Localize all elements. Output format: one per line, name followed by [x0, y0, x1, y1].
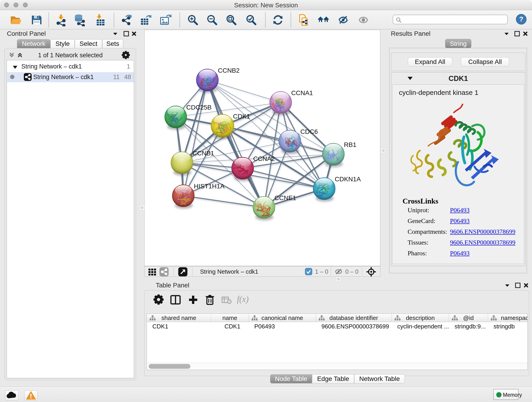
- crosslink-link[interactable]: P06493: [450, 249, 470, 257]
- results-panel-menu-icon[interactable]: [503, 31, 510, 37]
- column-header-namespace[interactable]: namespace: [488, 314, 528, 322]
- graph-edge-CCNB2-CCNA1[interactable]: [207, 80, 281, 102]
- graph-node-CCNA1[interactable]: [270, 91, 292, 114]
- refresh-view-icon[interactable]: [272, 13, 284, 26]
- graph-edge-HIST1H1A-CCNE1[interactable]: [183, 196, 264, 207]
- network-row-selected[interactable]: String Network – cdk1 11 48: [7, 72, 134, 82]
- table-cell[interactable]: stringdb: [494, 323, 528, 330]
- table-cell[interactable]: cyclin-dependent ...: [397, 323, 449, 330]
- zoom-fit-icon[interactable]: [225, 13, 238, 26]
- warning-button[interactable]: [24, 390, 38, 400]
- search-input[interactable]: [393, 15, 508, 24]
- show-columns-icon[interactable]: [170, 294, 181, 306]
- tab-edge-table[interactable]: Edge Table: [312, 374, 354, 383]
- expand-all-button[interactable]: Expand All: [408, 57, 452, 66]
- column-label: description: [392, 314, 449, 322]
- zoom-in-icon[interactable]: [186, 13, 199, 26]
- cdk1-gene-name: CDK1: [391, 75, 525, 83]
- table-panel-menu-icon[interactable]: [504, 282, 511, 288]
- tab-sets[interactable]: Sets: [102, 39, 123, 48]
- memory-button[interactable]: Memory: [493, 389, 519, 400]
- crosslink-link[interactable]: P06493: [450, 217, 470, 225]
- column-header-name[interactable]: name: [211, 314, 249, 322]
- memory-label: Memory: [503, 392, 522, 398]
- graph-node-CDKN1A[interactable]: [313, 178, 335, 200]
- help-icon[interactable]: ?: [516, 14, 529, 27]
- right-split-handle[interactable]: [381, 148, 386, 153]
- export-table-icon[interactable]: [139, 13, 152, 26]
- graph-node-CDK1[interactable]: [211, 114, 234, 137]
- control-panel-close-icon[interactable]: [131, 31, 138, 37]
- copy-style-icon[interactable]: [298, 13, 310, 26]
- export-image-icon[interactable]: [159, 13, 172, 26]
- left-split-handle[interactable]: [139, 205, 145, 210]
- grid-view-icon[interactable]: [148, 267, 157, 277]
- column-header-description[interactable]: description: [392, 314, 449, 322]
- column-header-shared-name[interactable]: shared name: [147, 314, 211, 322]
- birdseye-share-icon[interactable]: [159, 267, 169, 278]
- show-all-icon[interactable]: [357, 13, 370, 26]
- network-options-gear-icon[interactable]: [121, 51, 128, 56]
- table-cell[interactable]: P06493: [254, 323, 316, 330]
- table-cell[interactable]: CDK1: [216, 323, 248, 330]
- table-cell[interactable]: stringdb:9...: [455, 323, 488, 330]
- network-collection-row[interactable]: String Network – cdk1 1: [7, 62, 134, 72]
- import-table-icon[interactable]: [94, 13, 107, 26]
- tab-network[interactable]: Network: [17, 39, 51, 48]
- tab-node-table[interactable]: Node Table: [270, 374, 312, 383]
- tab-string[interactable]: String: [445, 39, 471, 48]
- cdk1-section-header[interactable]: CDK1: [391, 72, 525, 84]
- table-cell[interactable]: CDK1: [152, 323, 210, 330]
- graph-node-CDC6[interactable]: [279, 130, 301, 152]
- graph-node-CCNE1[interactable]: [253, 196, 275, 218]
- collapse-all-button[interactable]: Collapse All: [461, 57, 509, 66]
- detach-view-icon[interactable]: [178, 267, 188, 278]
- crosslink-link[interactable]: 9606.ENSP00000378699: [450, 228, 515, 235]
- network-node-count: 11: [113, 74, 120, 81]
- export-network-icon[interactable]: [120, 13, 133, 26]
- tab-style[interactable]: Style: [51, 39, 75, 48]
- bottom-split-handle[interactable]: [336, 277, 341, 282]
- control-panel-menu-icon[interactable]: [112, 31, 119, 37]
- graph-node-CCNB1[interactable]: [171, 152, 193, 174]
- graph-node-CCNB2[interactable]: [196, 69, 218, 91]
- title-bar: Session: New Session: [0, 0, 532, 10]
- graph-node-CCNA2[interactable]: [232, 157, 254, 179]
- table-panel-float-icon[interactable]: [514, 282, 521, 288]
- first-neighbors-icon[interactable]: [317, 13, 330, 26]
- network-edge-count: 48: [124, 74, 131, 81]
- column-header--id[interactable]: @id: [449, 314, 488, 322]
- results-panel-float-icon[interactable]: [514, 31, 520, 37]
- control-panel-float-icon[interactable]: [123, 31, 130, 37]
- column-header-database-identifier[interactable]: database identifier: [316, 314, 392, 322]
- tab-select[interactable]: Select: [75, 39, 102, 48]
- collection-expander-icon[interactable]: [12, 64, 18, 70]
- graph-node-RB1[interactable]: [322, 143, 344, 165]
- selected-checkbox-icon[interactable]: [305, 268, 312, 276]
- node-label-CDK1: CDK1: [233, 113, 250, 120]
- cloud-button[interactable]: [5, 390, 18, 400]
- column-header-canonical-name[interactable]: canonical name: [249, 314, 316, 322]
- zoom-out-icon[interactable]: [206, 13, 218, 26]
- crosslink-link[interactable]: 9606.ENSP00000378699: [450, 239, 515, 246]
- birdseye-toggle-icon[interactable]: [366, 267, 376, 278]
- open-session-icon[interactable]: [10, 13, 22, 26]
- graph-node-CDC25B[interactable]: [165, 106, 187, 128]
- network-canvas[interactable]: CCNB2CCNA1CDC25BCDK1CDC6RB1CCNB1CCNA2CDK…: [144, 30, 380, 266]
- delete-column-icon[interactable]: [204, 294, 216, 306]
- table-settings-gear-icon[interactable]: [153, 294, 165, 306]
- zoom-selected-icon[interactable]: [245, 13, 258, 26]
- graph-node-HIST1H1A[interactable]: [172, 185, 194, 207]
- table-panel-close-icon[interactable]: [523, 282, 530, 288]
- table-cell[interactable]: 9606.ENSP00000378699: [322, 323, 391, 330]
- table-horizontal-scrollbar[interactable]: [147, 363, 527, 370]
- add-column-icon[interactable]: [187, 294, 199, 306]
- tab-network-table[interactable]: Network Table: [354, 374, 405, 383]
- hide-selected-icon[interactable]: [337, 13, 350, 26]
- save-session-icon[interactable]: [30, 13, 43, 26]
- crosslink-link[interactable]: P06493: [450, 206, 470, 214]
- results-panel-close-icon[interactable]: [522, 31, 529, 37]
- import-network-file-icon[interactable]: [55, 13, 67, 26]
- import-network-database-icon[interactable]: [73, 13, 86, 26]
- scrollbar-thumb[interactable]: [149, 364, 190, 369]
